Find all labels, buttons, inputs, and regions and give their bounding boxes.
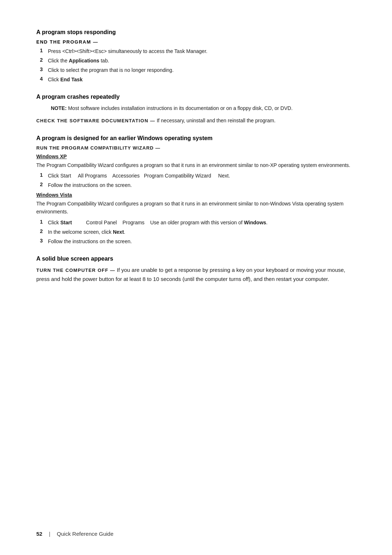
vista-step-1: 1 Click Start Control Panel Programs Use… bbox=[36, 219, 356, 227]
vista-step-3: 3 Follow the instructions on the screen. bbox=[36, 238, 356, 245]
step-number-2: 2 bbox=[40, 57, 46, 65]
xp-step-text-1: Click Start All Programs Accessories Pro… bbox=[48, 172, 356, 180]
step-number-3: 3 bbox=[40, 66, 46, 74]
section-title-earlier-windows: A program is designed for an earlier Win… bbox=[36, 135, 356, 142]
step-number-4: 4 bbox=[40, 76, 46, 83]
section-title-program-stops: A program stops responding bbox=[36, 29, 356, 36]
step-text-4: Click End Task bbox=[48, 76, 356, 83]
xp-step-number-2: 2 bbox=[40, 181, 46, 189]
vista-step-2: 2 In the welcome screen, click Next. bbox=[36, 228, 356, 236]
note-text: Most software includes installation inst… bbox=[67, 105, 293, 111]
check-body-text: If necessary, uninstall and then reinsta… bbox=[155, 118, 275, 123]
step-text-1: Press <Ctrl><Shift><Esc> simultaneously … bbox=[48, 48, 356, 55]
subsection-label-end-program: End the program — bbox=[36, 39, 356, 45]
windows-vista-label: Windows Vista bbox=[36, 192, 356, 198]
section-program-crashes: A program crashes repeatedly NOTE: Most … bbox=[36, 94, 356, 125]
step-3-select-program: 3 Click to select the program that is no… bbox=[36, 66, 356, 74]
note-box: NOTE: Most software includes installatio… bbox=[51, 105, 356, 112]
vista-step-number-3: 3 bbox=[40, 238, 46, 245]
turn-off-label: Turn the computer off — bbox=[36, 268, 115, 273]
section-earlier-windows: A program is designed for an earlier Win… bbox=[36, 135, 356, 245]
check-label: Check the software documentation — bbox=[36, 118, 155, 123]
section-blue-screen: A solid blue screen appears Turn the com… bbox=[36, 256, 356, 284]
xp-step-text-2: Follow the instructions on the screen. bbox=[48, 181, 356, 189]
vista-step-number-2: 2 bbox=[40, 228, 46, 236]
page-content: A program stops responding End the progr… bbox=[0, 0, 392, 555]
vista-step-text-2: In the welcome screen, click Next. bbox=[48, 228, 356, 236]
check-software-text: Check the software documentation — If ne… bbox=[36, 117, 356, 125]
step-number-1: 1 bbox=[40, 48, 46, 55]
step-1-ctrl-shift-esc: 1 Press <Ctrl><Shift><Esc> simultaneousl… bbox=[36, 48, 356, 55]
page-footer: 52 | Quick Reference Guide bbox=[0, 531, 392, 537]
turn-off-text: Turn the computer off — If you are unabl… bbox=[36, 266, 356, 284]
vista-step-number-1: 1 bbox=[40, 219, 46, 227]
windows-xp-description: The Program Compatibility Wizard configu… bbox=[36, 162, 356, 170]
xp-step-1: 1 Click Start All Programs Accessories P… bbox=[36, 172, 356, 180]
vista-step-text-1: Click Start Control Panel Programs Use a… bbox=[48, 219, 356, 227]
xp-step-2: 2 Follow the instructions on the screen. bbox=[36, 181, 356, 189]
section-title-program-crashes: A program crashes repeatedly bbox=[36, 94, 356, 100]
start-bold-vista: Start bbox=[60, 220, 72, 225]
xp-step-number-1: 1 bbox=[40, 172, 46, 180]
step-text-2: Click the Applications tab. bbox=[48, 57, 356, 65]
step-4-end-task: 4 Click End Task bbox=[36, 76, 356, 83]
footer-guide-title: Quick Reference Guide bbox=[57, 531, 114, 537]
next-bold: Next bbox=[113, 229, 124, 235]
applications-bold: Applications bbox=[69, 58, 99, 64]
end-task-bold: End Task bbox=[60, 77, 82, 82]
note-label: NOTE: bbox=[51, 105, 67, 111]
section-program-stops: A program stops responding End the progr… bbox=[36, 29, 356, 83]
footer-divider: | bbox=[49, 531, 50, 537]
vista-step-text-3: Follow the instructions on the screen. bbox=[48, 238, 356, 245]
windows-vista-description: The Program Compatibility Wizard configu… bbox=[36, 200, 356, 216]
windows-bold: Windows bbox=[244, 220, 266, 225]
step-2-applications-tab: 2 Click the Applications tab. bbox=[36, 57, 356, 65]
run-wizard-label: Run the Program Compatibility Wizard — bbox=[36, 145, 356, 151]
step-text-3: Click to select the program that is no l… bbox=[48, 66, 356, 74]
footer-page-number: 52 bbox=[36, 531, 42, 537]
windows-xp-label: Windows XP bbox=[36, 154, 356, 159]
section-title-blue-screen: A solid blue screen appears bbox=[36, 256, 356, 262]
